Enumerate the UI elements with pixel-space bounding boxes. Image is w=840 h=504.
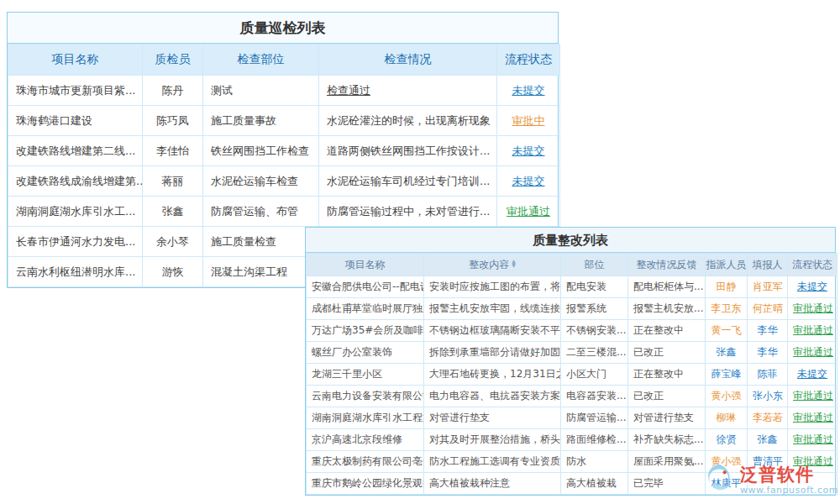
status-cell: 审批通过: [788, 386, 837, 407]
rectify-content-cell: 大理石地砖更换，12月31日之...: [424, 364, 561, 386]
project-name-cell[interactable]: 重庆太极制药有限公司亳州中...: [307, 451, 424, 473]
column-header[interactable]: 项目名称: [307, 254, 424, 276]
project-name-cell[interactable]: 改建铁路线成渝线增建第...: [8, 166, 143, 197]
part-cell: 报警系统: [561, 298, 628, 320]
rectify-content-cell: 拆除到承重墙部分请做好加固...: [424, 342, 561, 364]
status-link[interactable]: 未提交: [512, 84, 545, 97]
project-name-cell[interactable]: 珠海鹤港口建设: [8, 106, 143, 136]
feedback-cell: 配电柜柜体与...: [628, 276, 706, 298]
rectify-content-cell: 高大植被栽种注意: [424, 473, 561, 495]
inspection-part-cell: 水泥砼运输车检查: [203, 166, 319, 197]
table-row[interactable]: 龙湖三千里小区大理石地砖更换，12月31日之...小区大门正在整改中薛宝峰陈菲未…: [307, 364, 837, 386]
part-cell: 路面维修检...: [561, 429, 628, 451]
sort-icon[interactable]: ▲▼: [512, 259, 516, 267]
table-row[interactable]: 改建铁路线成渝线增建第...蒋丽水泥砼运输车检查水泥砼运输车司机经过专门培训..…: [8, 166, 560, 197]
project-name-cell[interactable]: 改建铁路线增建第二线...: [8, 136, 143, 166]
status-link[interactable]: 未提交: [512, 144, 545, 157]
status-link[interactable]: 未提交: [512, 175, 545, 187]
rectify-content-cell: 电力电容器、电抗器安装方案...: [424, 386, 561, 407]
feedback-cell: 已改正: [628, 342, 706, 364]
project-name-cell[interactable]: 螺丝厂办公室装饰: [307, 342, 424, 364]
project-name-cell[interactable]: 云南水利枢纽潜明水库...: [8, 257, 143, 287]
assignee-cell: 李卫东: [706, 298, 748, 320]
inspector-cell: 陈巧凤: [143, 106, 203, 136]
inspection-table-header-row: 项目名称质检员检查部位检查情况流程状态: [8, 45, 560, 76]
table-row[interactable]: 云南电力设备安装有限公司20...电力电容器、电抗器安装方案...电容器安装..…: [307, 386, 837, 407]
watermark: 泛普软件 www.fanpusoft.com: [701, 461, 838, 500]
rectification-table-title: 质量整改列表: [306, 228, 835, 253]
inspection-situation-cell: 水泥砼灌注的时候，出现离析现象: [319, 106, 497, 136]
project-name-cell[interactable]: 成都杜甫草堂临时展厅独立展...: [307, 298, 424, 320]
table-row[interactable]: 京沪高速北京段维修对其及时开展整治措施，桥头...路面维修检...补齐缺失标志.…: [307, 429, 837, 451]
assignee-cell: 张鑫: [706, 342, 748, 364]
status-link[interactable]: 审批通过: [507, 205, 550, 218]
status-link[interactable]: 审批通过: [793, 346, 833, 358]
project-name-cell[interactable]: 长春市伊通河水力发电...: [8, 227, 143, 257]
status-cell: 未提交: [497, 76, 560, 106]
table-row[interactable]: 湖南洞庭湖水库引水工...张鑫防腐管运输、布管防腐管运输过程中，未对管进行...…: [8, 197, 560, 227]
project-name-cell[interactable]: 京沪高速北京段维修: [307, 429, 424, 451]
inspection-table-title: 质量巡检列表: [8, 13, 558, 44]
filler-cell: 李若若: [748, 407, 788, 429]
table-row[interactable]: 改建铁路线增建第二线...李佳怡铁丝网围挡工作检查道路两侧铁丝网围挡工作按设计.…: [8, 136, 560, 166]
status-link[interactable]: 未提交: [797, 368, 827, 380]
inspection-part-cell: 测试: [203, 76, 319, 106]
table-row[interactable]: 安徽合肥供电公司--配电设备...安装时应按施工图的布置，将...配电安装配电柜…: [307, 276, 837, 298]
column-header[interactable]: 整改情况反馈: [628, 254, 706, 276]
inspection-part-cell: 防腐管运输、布管: [203, 197, 319, 227]
feedback-cell: 屋面采用聚氨...: [628, 451, 706, 473]
status-cell: 审批通过: [788, 298, 837, 320]
project-name-cell[interactable]: 龙湖三千里小区: [307, 364, 424, 386]
project-name-cell[interactable]: 珠海市城市更新项目紫...: [8, 76, 143, 106]
inspection-situation-cell: 水泥砼运输车司机经过专门培训...: [319, 166, 497, 197]
table-row[interactable]: 珠海市城市更新项目紫...陈丹测试检查通过未提交: [8, 76, 560, 106]
inspection-situation-cell: 检查通过: [319, 76, 497, 106]
part-cell: 防水: [561, 451, 628, 473]
table-row[interactable]: 珠海鹤港口建设陈巧凤施工质量事故水泥砼灌注的时候，出现离析现象审批中: [8, 106, 560, 136]
column-header[interactable]: 检查情况: [319, 45, 497, 76]
table-row[interactable]: 螺丝厂办公室装饰拆除到承重墙部分请做好加固...二至三楼混...已改正张鑫李华审…: [307, 342, 837, 364]
inspector-cell: 蒋丽: [143, 166, 203, 197]
table-row[interactable]: 万达广场35#会所及咖啡厅空...不锈钢边框玻璃隔断安装不平...不锈钢安装..…: [307, 320, 837, 342]
part-cell: 小区大门: [561, 364, 628, 386]
filler-cell: 李华: [748, 320, 788, 342]
column-header[interactable]: 流程状态: [497, 45, 560, 76]
column-header[interactable]: 项目名称: [8, 45, 143, 76]
watermark-url: www.fanpusoft.com: [740, 486, 838, 496]
column-header[interactable]: 指派人员: [706, 254, 748, 276]
column-header[interactable]: 部位: [561, 254, 628, 276]
column-header[interactable]: 质检员: [143, 45, 203, 76]
filler-cell: 肖亚军: [748, 276, 788, 298]
column-header[interactable]: 整改内容▲▼: [424, 254, 561, 276]
part-cell: 防腐管运输...: [561, 407, 628, 429]
status-link[interactable]: 审批通过: [793, 412, 833, 423]
table-row[interactable]: 成都杜甫草堂临时展厅独立展...报警主机安放牢固，线缆连接...报警系统报警主机…: [307, 298, 837, 320]
rectify-content-cell: 防水工程施工选调有专业资质...: [424, 451, 561, 473]
project-name-cell[interactable]: 重庆市鹅岭公园绿化景观提升...: [307, 473, 424, 495]
project-name-cell[interactable]: 湖南洞庭湖水库引水工...: [8, 197, 143, 227]
table-row[interactable]: 湖南洞庭湖水库引水工程施工标对管进行垫支防腐管运输...对管进行垫支柳琳李若若审…: [307, 407, 837, 429]
status-link[interactable]: 审批通过: [793, 433, 833, 445]
project-name-cell[interactable]: 云南电力设备安装有限公司20...: [307, 386, 424, 407]
inspection-part-cell: 铁丝网围挡工作检查: [203, 136, 319, 166]
status-link[interactable]: 审批中: [512, 114, 545, 127]
column-header[interactable]: 填报人: [748, 254, 788, 276]
status-link[interactable]: 未提交: [797, 281, 827, 292]
watermark-brand: 泛普软件: [740, 465, 838, 485]
status-link[interactable]: 审批通过: [793, 390, 833, 402]
column-header[interactable]: 检查部位: [203, 45, 319, 76]
inspector-cell: 李佳怡: [143, 136, 203, 166]
status-link[interactable]: 审批通过: [793, 324, 833, 336]
rectify-content-cell: 不锈钢边框玻璃隔断安装不平...: [424, 320, 561, 342]
part-cell: 高大植被栽: [561, 473, 628, 495]
status-link[interactable]: 审批通过: [793, 302, 833, 314]
project-name-cell[interactable]: 湖南洞庭湖水库引水工程施工标: [307, 407, 424, 429]
project-name-cell[interactable]: 万达广场35#会所及咖啡厅空...: [307, 320, 424, 342]
fanpu-logo-icon: [701, 461, 737, 500]
project-name-cell[interactable]: 安徽合肥供电公司--配电设备...: [307, 276, 424, 298]
status-cell: 未提交: [497, 136, 560, 166]
inspection-situation-cell: 道路两侧铁丝网围挡工作按设计...: [319, 136, 497, 166]
column-header[interactable]: 流程状态: [788, 254, 837, 276]
rectification-table-header-row: 项目名称整改内容▲▼部位整改情况反馈指派人员填报人流程状态: [307, 254, 837, 276]
inspector-cell: 张鑫: [143, 197, 203, 227]
